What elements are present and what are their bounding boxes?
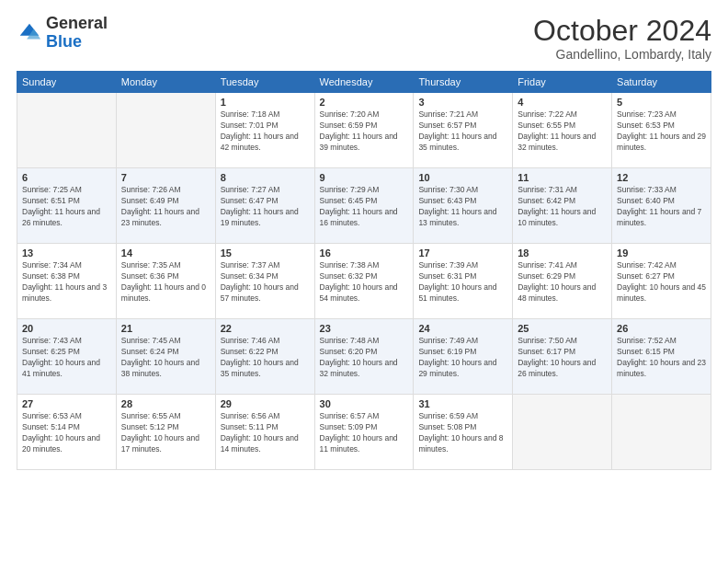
day-info: Sunrise: 7:31 AMSunset: 6:42 PMDaylight:… (518, 185, 607, 229)
calendar-cell: 26Sunrise: 7:52 AMSunset: 6:15 PMDayligh… (612, 319, 711, 395)
calendar-cell: 8Sunrise: 7:27 AMSunset: 6:47 PMDaylight… (215, 168, 314, 244)
calendar-cell: 18Sunrise: 7:41 AMSunset: 6:29 PMDayligh… (513, 244, 612, 319)
day-number: 14 (121, 247, 210, 259)
calendar-cell: 19Sunrise: 7:42 AMSunset: 6:27 PMDayligh… (612, 244, 711, 319)
calendar-cell (116, 93, 215, 168)
calendar-cell: 11Sunrise: 7:31 AMSunset: 6:42 PMDayligh… (513, 168, 612, 244)
calendar-cell (513, 395, 612, 470)
day-number: 15 (221, 247, 310, 259)
calendar-cell (17, 93, 117, 168)
day-number: 31 (418, 398, 507, 409)
day-info: Sunrise: 7:23 AMSunset: 6:53 PMDaylight:… (617, 109, 706, 154)
day-number: 10 (418, 172, 507, 183)
calendar-cell: 16Sunrise: 7:38 AMSunset: 6:32 PMDayligh… (314, 244, 414, 319)
col-friday: Friday (513, 72, 612, 93)
logo-icon (17, 20, 42, 46)
calendar-cell: 22Sunrise: 7:46 AMSunset: 6:22 PMDayligh… (215, 319, 314, 395)
logo-blue: Blue (46, 32, 82, 51)
calendar-table: Sunday Monday Tuesday Wednesday Thursday… (17, 71, 711, 470)
day-number: 1 (221, 97, 310, 108)
day-info: Sunrise: 6:57 AMSunset: 5:09 PMDaylight:… (320, 411, 409, 455)
day-info: Sunrise: 7:37 AMSunset: 6:34 PMDaylight:… (221, 260, 310, 304)
day-number: 21 (121, 323, 210, 334)
day-info: Sunrise: 7:52 AMSunset: 6:15 PMDaylight:… (617, 336, 706, 380)
logo: General Blue (17, 15, 108, 52)
day-info: Sunrise: 7:34 AMSunset: 6:38 PMDaylight:… (22, 260, 111, 304)
calendar-cell (612, 395, 711, 470)
day-number: 30 (320, 398, 409, 409)
calendar-cell: 6Sunrise: 7:25 AMSunset: 6:51 PMDaylight… (17, 168, 117, 244)
calendar-cell: 21Sunrise: 7:45 AMSunset: 6:24 PMDayligh… (116, 319, 215, 395)
day-number: 19 (617, 247, 706, 259)
calendar-cell: 13Sunrise: 7:34 AMSunset: 6:38 PMDayligh… (17, 244, 117, 319)
day-info: Sunrise: 7:45 AMSunset: 6:24 PMDaylight:… (121, 336, 210, 380)
day-number: 24 (418, 323, 507, 334)
day-info: Sunrise: 7:46 AMSunset: 6:22 PMDaylight:… (221, 336, 310, 380)
calendar-cell: 10Sunrise: 7:30 AMSunset: 6:43 PMDayligh… (414, 168, 513, 244)
day-number: 27 (22, 398, 111, 409)
day-info: Sunrise: 7:20 AMSunset: 6:59 PMDaylight:… (320, 109, 409, 154)
logo-general: General (46, 14, 108, 32)
day-info: Sunrise: 7:27 AMSunset: 6:47 PMDaylight:… (221, 185, 310, 229)
month-title: October 2024 (533, 15, 711, 47)
day-info: Sunrise: 7:21 AMSunset: 6:57 PMDaylight:… (418, 109, 507, 154)
day-number: 8 (221, 172, 310, 183)
day-info: Sunrise: 7:35 AMSunset: 6:36 PMDaylight:… (121, 260, 210, 304)
col-thursday: Thursday (414, 72, 513, 93)
day-number: 3 (418, 97, 507, 108)
day-info: Sunrise: 7:38 AMSunset: 6:32 PMDaylight:… (320, 260, 409, 304)
day-info: Sunrise: 7:42 AMSunset: 6:27 PMDaylight:… (617, 260, 706, 304)
day-number: 12 (617, 172, 706, 183)
col-monday: Monday (116, 72, 215, 93)
calendar-cell: 20Sunrise: 7:43 AMSunset: 6:25 PMDayligh… (17, 319, 117, 395)
calendar-cell: 30Sunrise: 6:57 AMSunset: 5:09 PMDayligh… (314, 395, 414, 470)
calendar-cell: 23Sunrise: 7:48 AMSunset: 6:20 PMDayligh… (314, 319, 414, 395)
calendar-cell: 14Sunrise: 7:35 AMSunset: 6:36 PMDayligh… (116, 244, 215, 319)
col-sunday: Sunday (17, 72, 117, 93)
day-info: Sunrise: 7:25 AMSunset: 6:51 PMDaylight:… (22, 185, 111, 229)
calendar-cell: 2Sunrise: 7:20 AMSunset: 6:59 PMDaylight… (314, 93, 414, 168)
calendar-cell: 24Sunrise: 7:49 AMSunset: 6:19 PMDayligh… (414, 319, 513, 395)
day-number: 16 (320, 247, 409, 259)
day-number: 23 (320, 323, 409, 334)
calendar-cell: 7Sunrise: 7:26 AMSunset: 6:49 PMDaylight… (116, 168, 215, 244)
calendar-cell: 31Sunrise: 6:59 AMSunset: 5:08 PMDayligh… (414, 395, 513, 470)
page: General Blue October 2024 Gandellino, Lo… (0, 0, 728, 563)
calendar-cell: 29Sunrise: 6:56 AMSunset: 5:11 PMDayligh… (215, 395, 314, 470)
day-info: Sunrise: 7:39 AMSunset: 6:31 PMDaylight:… (418, 260, 507, 304)
day-number: 11 (518, 172, 607, 183)
calendar-cell: 1Sunrise: 7:18 AMSunset: 7:01 PMDaylight… (215, 93, 314, 168)
header: General Blue October 2024 Gandellino, Lo… (17, 15, 711, 62)
day-info: Sunrise: 7:26 AMSunset: 6:49 PMDaylight:… (121, 185, 210, 229)
calendar-cell: 27Sunrise: 6:53 AMSunset: 5:14 PMDayligh… (17, 395, 117, 470)
calendar-cell: 12Sunrise: 7:33 AMSunset: 6:40 PMDayligh… (612, 168, 711, 244)
day-info: Sunrise: 7:43 AMSunset: 6:25 PMDaylight:… (22, 336, 111, 380)
calendar-week-1: 1Sunrise: 7:18 AMSunset: 7:01 PMDaylight… (17, 93, 711, 168)
col-tuesday: Tuesday (215, 72, 314, 93)
day-info: Sunrise: 6:56 AMSunset: 5:11 PMDaylight:… (221, 411, 310, 455)
day-number: 5 (617, 97, 706, 108)
day-info: Sunrise: 7:49 AMSunset: 6:19 PMDaylight:… (418, 336, 507, 380)
day-info: Sunrise: 7:30 AMSunset: 6:43 PMDaylight:… (418, 185, 507, 229)
calendar-week-5: 27Sunrise: 6:53 AMSunset: 5:14 PMDayligh… (17, 395, 711, 470)
col-wednesday: Wednesday (314, 72, 414, 93)
day-number: 9 (320, 172, 409, 183)
col-saturday: Saturday (612, 72, 711, 93)
day-number: 25 (518, 323, 607, 334)
calendar-cell: 28Sunrise: 6:55 AMSunset: 5:12 PMDayligh… (116, 395, 215, 470)
day-number: 17 (418, 247, 507, 259)
day-number: 4 (518, 97, 607, 108)
calendar-week-4: 20Sunrise: 7:43 AMSunset: 6:25 PMDayligh… (17, 319, 711, 395)
logo-text: General Blue (46, 15, 108, 52)
day-info: Sunrise: 7:22 AMSunset: 6:55 PMDaylight:… (518, 109, 607, 154)
calendar-week-2: 6Sunrise: 7:25 AMSunset: 6:51 PMDaylight… (17, 168, 711, 244)
day-info: Sunrise: 7:41 AMSunset: 6:29 PMDaylight:… (518, 260, 607, 304)
day-info: Sunrise: 6:59 AMSunset: 5:08 PMDaylight:… (418, 411, 507, 455)
calendar-header-row: Sunday Monday Tuesday Wednesday Thursday… (17, 72, 711, 93)
title-block: October 2024 Gandellino, Lombardy, Italy (533, 15, 711, 62)
day-number: 18 (518, 247, 607, 259)
calendar-cell: 4Sunrise: 7:22 AMSunset: 6:55 PMDaylight… (513, 93, 612, 168)
calendar-cell: 25Sunrise: 7:50 AMSunset: 6:17 PMDayligh… (513, 319, 612, 395)
calendar-cell: 5Sunrise: 7:23 AMSunset: 6:53 PMDaylight… (612, 93, 711, 168)
day-number: 20 (22, 323, 111, 334)
